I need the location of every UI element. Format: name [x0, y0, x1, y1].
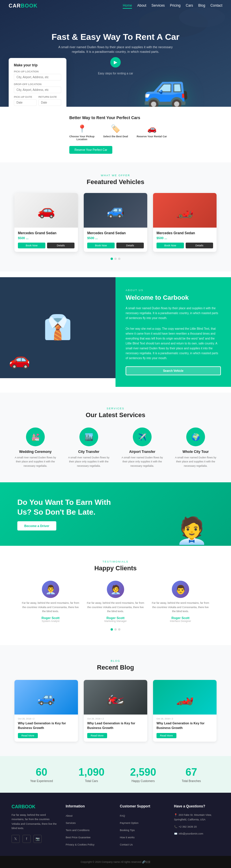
- stat-cars: 1,090 Total Cars: [79, 766, 105, 783]
- footer-link-privacy[interactable]: Privacy & Cookies Policy: [66, 843, 95, 846]
- vehicle-price-1: $500 ...: [18, 236, 75, 240]
- footer-logo: CARBOOK: [11, 804, 57, 809]
- book-now-button-3[interactable]: Book Now: [156, 243, 184, 248]
- vehicles-grid: 🚗 Mercedes Grand Sedan $500 ... Book Now…: [9, 193, 222, 252]
- reserve-button[interactable]: Reserve Your Perfect Car: [69, 146, 112, 154]
- return-date-input[interactable]: [38, 99, 61, 106]
- avatar-3: 👨: [172, 581, 189, 598]
- vehicle-info-2: Mercedes Grand Sedan $500 ... Book Now D…: [84, 227, 147, 252]
- stat-customers-label: Happy Customers: [130, 779, 156, 783]
- blog-image-2: 🏍️: [84, 680, 147, 715]
- booking-form: Make your trip PICK-UP LOCATION DROP-OFF…: [9, 58, 66, 107]
- vehicle-card-3: 🏎️ Mercedes Grand Sedan $500 ... Book No…: [153, 193, 216, 252]
- nav-services[interactable]: Services: [152, 3, 165, 9]
- vehicle-name-2: Mercedes Grand Sedan: [87, 231, 144, 235]
- footer-link-terms[interactable]: Term and Conditions: [66, 829, 90, 832]
- blog-card-3: 🏎️ Oct 28, 2018 • 2 Why Lead Generation …: [153, 680, 216, 742]
- testimonial-name-2: Roger Scott: [87, 616, 144, 620]
- vehicle-btns-2: Book Now Details: [87, 243, 144, 248]
- hiw-step-3: 🚗 Reserve Your Rental Car: [137, 124, 167, 141]
- vehicle-info-1: Mercedes Grand Sedan $500 ... Book Now D…: [15, 227, 78, 252]
- hiw-step-2: 🏷️ Select the Best Deal: [103, 124, 128, 141]
- twitter-icon[interactable]: 𝕏: [11, 835, 20, 843]
- stat-cars-label: Total Cars: [79, 779, 105, 783]
- nav-pricing[interactable]: Pricing: [170, 3, 181, 9]
- footer-about-col: CARBOOK Far far away, behind the word mo…: [11, 804, 57, 849]
- stat-customers: 2,590 Happy Customers: [130, 766, 156, 783]
- book-now-button-2[interactable]: Book Now: [87, 243, 115, 248]
- read-more-button-2[interactable]: Read More: [87, 733, 107, 738]
- pickup-date-input[interactable]: [14, 99, 37, 106]
- service-tour: 🌍 Whole City Tour A small river named Du…: [173, 428, 219, 468]
- avatar-2: 🧑‍💼: [107, 581, 124, 598]
- navbar: CARBOOK Home About Services Pricing Cars…: [0, 0, 231, 12]
- footer-link-payment[interactable]: Payment Option: [120, 822, 139, 825]
- nav-blog[interactable]: Blog: [198, 3, 205, 9]
- book-now-button-1[interactable]: Book Now: [18, 243, 45, 248]
- featured-tag: WHAT WE OFFER: [9, 174, 222, 177]
- footer-link-price[interactable]: Best Price Guarantee: [66, 836, 91, 839]
- about-image: 👔 🚗: [0, 277, 115, 378]
- pickup-location-icon: 📍: [69, 124, 94, 133]
- become-driver-button[interactable]: Become a Driver: [17, 521, 56, 530]
- testimonials-grid: 👨‍💼 Far far away, behind the word mounta…: [9, 581, 222, 622]
- services-tag: SERVICES: [9, 407, 222, 410]
- nav-cars[interactable]: Cars: [186, 3, 193, 9]
- blog-title: Recent Blog: [9, 664, 222, 671]
- hero-cta-circle[interactable]: ▶: [110, 57, 121, 67]
- service-tour-desc: A small river named Duden flows by their…: [173, 456, 219, 468]
- details-button-1[interactable]: Details: [47, 243, 75, 248]
- read-more-button-3[interactable]: Read More: [156, 733, 176, 738]
- stat-branches-number: 67: [182, 766, 201, 778]
- pickup-location-input[interactable]: [14, 74, 61, 81]
- dot-3[interactable]: [118, 257, 120, 260]
- instagram-icon[interactable]: 📷: [33, 835, 41, 843]
- hiw-step-2-label: Select the Best Deal: [103, 135, 128, 138]
- vehicle-image-2: 🚙: [84, 193, 147, 227]
- details-button-3[interactable]: Details: [186, 243, 213, 248]
- hiw-step-3-label: Reserve Your Rental Car: [137, 135, 167, 138]
- vehicle-price-2: $500 ...: [87, 236, 144, 240]
- stat-cars-number: 1,090: [79, 766, 105, 778]
- footer-contact-col: Have a Questions? 📍203 Fake St. Mountain…: [174, 804, 220, 849]
- nav-contact[interactable]: Contact: [210, 3, 222, 9]
- search-vehicle-button[interactable]: Search Vehicle: [125, 366, 221, 375]
- read-more-button-1[interactable]: Read More: [18, 733, 38, 738]
- hiw-steps: 📍 Choose Your PickupLocation 🏷️ Select t…: [69, 124, 222, 141]
- footer-address: 📍203 Fake St. Mountain View, Springfield…: [174, 813, 220, 836]
- testimonial-dot-1[interactable]: [111, 628, 113, 630]
- featured-title: Feeatured Vehicles: [9, 178, 222, 186]
- hero-section: 🚙 Fast & Easy Way To Rent A Car A small …: [0, 0, 231, 107]
- facebook-icon[interactable]: f: [23, 835, 31, 843]
- about-text-1: A small river named Duden flows by their…: [125, 306, 221, 320]
- hiw-title: Better Way to Rent Your Perfect Cars: [69, 115, 222, 120]
- dropoff-location-input[interactable]: [14, 87, 61, 93]
- vehicle-info-3: Mercedes Grand Sedan $500 ... Book Now D…: [153, 227, 216, 252]
- footer-link-how-it-works[interactable]: How it works: [120, 836, 135, 839]
- footer: CARBOOK Far far away, behind the word mo…: [0, 793, 231, 856]
- nav-about[interactable]: About: [137, 3, 146, 9]
- footer-link-faq[interactable]: FAQ: [120, 814, 125, 817]
- testimonial-dot-3[interactable]: [118, 628, 120, 630]
- nav-home[interactable]: Home: [123, 3, 132, 9]
- service-airport-name: Airport Transfer: [119, 450, 166, 454]
- footer-contact-title: Have a Questions?: [174, 804, 220, 808]
- footer-link-contact[interactable]: Contact Us: [120, 843, 133, 846]
- pickup-location-label: PICK-UP LOCATION: [14, 70, 61, 73]
- rental-car-icon: 🚗: [137, 124, 167, 133]
- footer-social: 𝕏 f 📷: [11, 835, 57, 843]
- dot-2[interactable]: [114, 257, 117, 260]
- cta-content: Do You Want To Earn With Us? So Don't Be…: [17, 498, 115, 531]
- testimonial-dot-2[interactable]: [114, 628, 117, 630]
- vehicle-card-1: 🚗 Mercedes Grand Sedan $500 ... Book Now…: [15, 193, 78, 252]
- footer-link-services[interactable]: Services: [66, 822, 76, 825]
- dot-1[interactable]: [111, 257, 113, 260]
- blog-meta-2: Oct 28, 2018 • 2: [84, 715, 147, 721]
- footer-support-title: Customer Support: [120, 804, 166, 808]
- stat-experience-number: 60: [30, 766, 53, 778]
- footer-link-booking-tips[interactable]: Booking Tips: [120, 829, 135, 832]
- details-button-2[interactable]: Details: [116, 243, 144, 248]
- blog-section: BLOG Recent Blog 🚙 Oct 28, 2018 • 2 Why …: [0, 645, 231, 756]
- pickup-date-label: PICK-UP DATE: [14, 95, 37, 98]
- footer-link-about[interactable]: About: [66, 814, 73, 817]
